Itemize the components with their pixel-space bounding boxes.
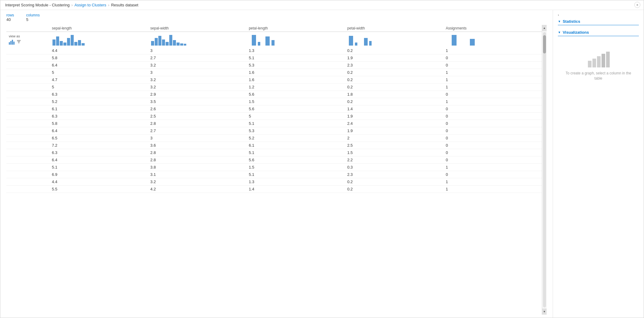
view-as-icons bbox=[9, 39, 47, 45]
histogram-petal-width[interactable] bbox=[345, 32, 443, 47]
cell-sepal-length: 5 bbox=[49, 83, 148, 91]
row-index bbox=[6, 142, 49, 149]
histogram-sepal-width[interactable] bbox=[148, 32, 247, 47]
visualizations-caret: ▼ bbox=[558, 31, 561, 34]
row-index bbox=[6, 54, 49, 61]
histogram-assignments[interactable] bbox=[443, 32, 542, 47]
cell-assignments: 1 bbox=[443, 185, 542, 193]
cell-sepal-length: 6.3 bbox=[49, 91, 148, 98]
cell-assignments: 0 bbox=[443, 120, 542, 127]
cell-sepal-length: 5.2 bbox=[49, 98, 148, 105]
svg-rect-14 bbox=[78, 40, 81, 46]
svg-rect-38 bbox=[597, 56, 601, 67]
meta-info: rows 40 columns 5 bbox=[6, 13, 547, 22]
cell-sepal-length: 7.2 bbox=[49, 142, 148, 149]
cell-petal-width: 1.9 bbox=[345, 127, 443, 134]
table-row: 4.43.21.30.21 bbox=[6, 178, 542, 185]
col-header-sepal-length[interactable]: sepal-length bbox=[49, 25, 148, 32]
cell-sepal-length: 6.1 bbox=[49, 105, 148, 112]
cell-sepal-length: 6.4 bbox=[49, 127, 148, 134]
close-button[interactable]: × bbox=[634, 2, 640, 8]
view-as-label: view as bbox=[9, 34, 47, 38]
histogram-petal-length[interactable] bbox=[246, 32, 345, 47]
table-row: 4.73.21.60.21 bbox=[6, 76, 542, 83]
svg-rect-23 bbox=[177, 43, 180, 46]
visualizations-header[interactable]: ▼ Visualizations bbox=[558, 30, 639, 36]
cell-petal-width: 0.2 bbox=[345, 83, 443, 91]
breadcrumb-part2[interactable]: Assign to Clusters bbox=[74, 3, 106, 7]
right-content: › ▼ Statistics ▼ Visualizations bbox=[553, 10, 644, 318]
histogram-sepal-length[interactable] bbox=[49, 32, 148, 47]
cell-petal-length: 5.1 bbox=[246, 54, 345, 61]
cell-sepal-length: 6.5 bbox=[49, 134, 148, 142]
svg-rect-2 bbox=[12, 40, 13, 45]
svg-rect-29 bbox=[271, 40, 275, 46]
cell-sepal-length: 5.5 bbox=[49, 185, 148, 193]
svg-rect-18 bbox=[158, 36, 161, 46]
scroll-up-button[interactable]: ▲ bbox=[542, 25, 547, 31]
cell-assignments: 1 bbox=[443, 47, 542, 54]
row-index bbox=[6, 149, 49, 156]
svg-rect-21 bbox=[169, 35, 172, 46]
columns-meta: columns 5 bbox=[26, 13, 40, 22]
cell-petal-width: 0.2 bbox=[345, 69, 443, 76]
table-row: 7.23.66.12.50 bbox=[6, 142, 542, 149]
cell-petal-length: 5.6 bbox=[246, 91, 345, 98]
table-row: 6.12.65.61.40 bbox=[6, 105, 542, 112]
col-header-viewas bbox=[6, 25, 49, 32]
row-index bbox=[6, 185, 49, 193]
statistics-header[interactable]: ▼ Statistics bbox=[558, 19, 639, 25]
svg-rect-22 bbox=[173, 40, 176, 46]
cell-petal-length: 1.5 bbox=[246, 163, 345, 171]
row-index bbox=[6, 134, 49, 142]
cell-assignments: 0 bbox=[443, 91, 542, 98]
main-container: Interpret Scoring Module - Clustering › … bbox=[0, 0, 644, 318]
cell-petal-length: 1.3 bbox=[246, 178, 345, 185]
table-row: 6.32.85.11.50 bbox=[6, 149, 542, 156]
cell-sepal-length: 4.7 bbox=[49, 76, 148, 83]
cell-sepal-width: 3 bbox=[148, 47, 247, 54]
cell-petal-width: 2.4 bbox=[345, 120, 443, 127]
svg-rect-24 bbox=[180, 43, 183, 46]
histogram-view-icon[interactable] bbox=[9, 39, 15, 45]
svg-rect-3 bbox=[13, 42, 15, 45]
cell-sepal-length: 5 bbox=[49, 69, 148, 76]
row-index bbox=[6, 98, 49, 105]
cell-sepal-length: 6.3 bbox=[49, 112, 148, 120]
svg-rect-7 bbox=[52, 39, 56, 46]
viz-placeholder: To create a graph, select a column in th… bbox=[558, 38, 639, 93]
rows-meta: rows 40 bbox=[6, 13, 14, 22]
cell-petal-width: 0.2 bbox=[345, 185, 443, 193]
cell-petal-width: 2 bbox=[345, 134, 443, 142]
cell-assignments: 0 bbox=[443, 156, 542, 163]
columns-label: columns bbox=[26, 13, 40, 17]
cell-petal-length: 5.2 bbox=[246, 134, 345, 142]
cell-sepal-width: 3.5 bbox=[148, 98, 247, 105]
visualizations-section: ▼ Visualizations To create a graph, sele bbox=[558, 30, 639, 93]
statistics-label: Statistics bbox=[563, 19, 580, 24]
col-header-petal-length[interactable]: petal-length bbox=[246, 25, 345, 32]
cell-petal-length: 5.1 bbox=[246, 149, 345, 156]
col-header-petal-width[interactable]: petal-width bbox=[345, 25, 443, 32]
svg-rect-17 bbox=[155, 38, 158, 46]
cell-petal-width: 0.2 bbox=[345, 47, 443, 54]
cell-assignments: 1 bbox=[443, 98, 542, 105]
col-header-assignments[interactable]: Assignments bbox=[443, 25, 542, 32]
scroll-down-button[interactable]: ▼ bbox=[542, 309, 547, 315]
cell-sepal-width: 3 bbox=[148, 69, 247, 76]
svg-rect-39 bbox=[602, 54, 605, 67]
cell-sepal-width: 2.8 bbox=[148, 149, 247, 156]
svg-rect-33 bbox=[369, 41, 372, 46]
filter-view-icon[interactable] bbox=[17, 39, 21, 44]
col-header-sepal-width[interactable]: sepal-width bbox=[148, 25, 247, 32]
expand-icon[interactable]: › bbox=[558, 13, 639, 17]
cell-petal-length: 1.4 bbox=[246, 185, 345, 193]
cell-petal-length: 5.1 bbox=[246, 120, 345, 127]
breadcrumb: Interpret Scoring Module - Clustering › … bbox=[0, 0, 644, 10]
svg-rect-13 bbox=[74, 42, 77, 46]
row-index bbox=[6, 83, 49, 91]
svg-rect-40 bbox=[606, 52, 610, 67]
row-index bbox=[6, 163, 49, 171]
scroll-thumb[interactable] bbox=[543, 35, 546, 53]
cell-sepal-width: 3.8 bbox=[148, 163, 247, 171]
